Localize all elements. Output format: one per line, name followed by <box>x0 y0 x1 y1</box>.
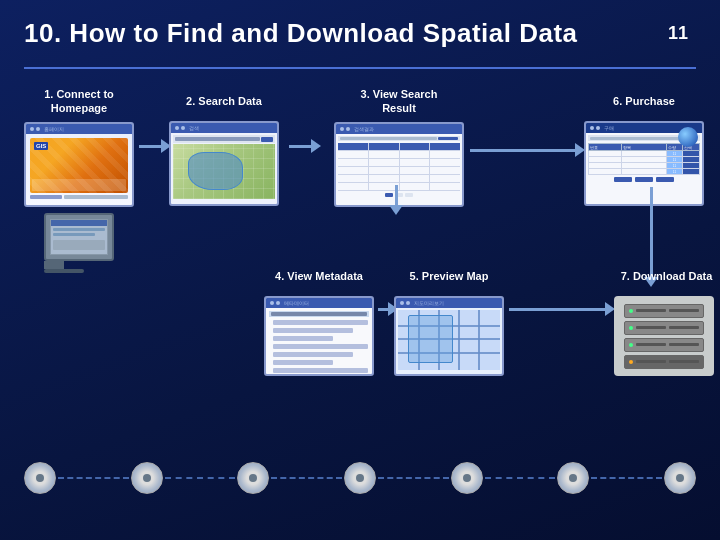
step-5: 5. Preview Map 지도미리보기 <box>394 262 504 376</box>
step-7-label: 7. Download Data <box>614 262 719 290</box>
step-1-label: 1. Connect to Homepage <box>24 87 134 116</box>
arrow-2-3 <box>289 139 321 153</box>
step-4: 4. View Metadata 메타데이터 <box>264 262 374 376</box>
arrow-3-6 <box>470 143 585 157</box>
slide-number: 11 <box>668 23 688 44</box>
cd-icon-4 <box>344 462 376 494</box>
content-area: 1. Connect to Homepage 홈페이지 GIS <box>24 87 696 517</box>
cd-icon-3 <box>237 462 269 494</box>
bottom-dashed-row <box>24 462 696 494</box>
cd-icon-6 <box>557 462 589 494</box>
cd-icon-5 <box>451 462 483 494</box>
slide: 10. How to Find and Download Spatial Dat… <box>0 0 720 540</box>
arrow-5-7 <box>509 302 615 316</box>
step-4-label: 4. View Metadata <box>264 262 374 290</box>
cd-icon-7 <box>664 462 696 494</box>
step-7: 7. Download Data <box>614 262 719 376</box>
arrow-3-down <box>389 185 403 215</box>
step-7-server <box>614 296 714 376</box>
cd-icon-1 <box>24 462 56 494</box>
computer-icon <box>44 213 114 273</box>
step-1: 1. Connect to Homepage 홈페이지 GIS <box>24 87 134 273</box>
header-divider <box>24 67 696 69</box>
step-6-label: 6. Purchase <box>584 87 704 115</box>
step-2: 2. Search Data 검색 <box>169 87 279 206</box>
step-5-label: 5. Preview Map <box>394 262 504 290</box>
cd-icon-2 <box>131 462 163 494</box>
step-5-screen: 지도미리보기 <box>394 296 504 376</box>
step-2-screen: 검색 <box>169 121 279 206</box>
step-4-screen: 메타데이터 <box>264 296 374 376</box>
slide-header: 10. How to Find and Download Spatial Dat… <box>24 18 696 49</box>
step-2-label: 2. Search Data <box>169 87 279 115</box>
slide-title: 10. How to Find and Download Spatial Dat… <box>24 18 578 49</box>
arrow-1-2 <box>139 139 171 153</box>
step-3-label: 3. View Search Result <box>334 87 464 116</box>
step-1-screen: 홈페이지 GIS <box>24 122 134 207</box>
